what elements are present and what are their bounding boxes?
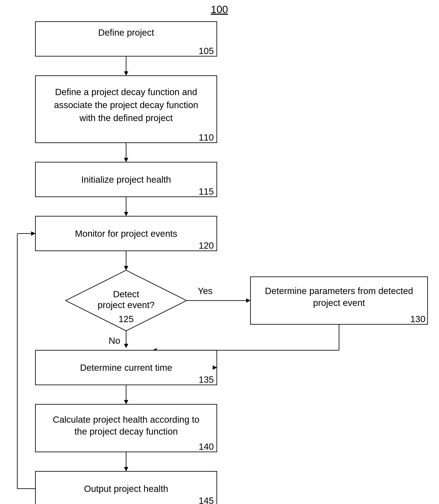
no-label: No [109,336,120,346]
box-135-number: 135 [199,375,214,385]
box-115-number: 115 [199,186,214,196]
box-105-label: Define project [98,27,154,38]
svg-marker-20 [124,467,128,471]
svg-marker-5 [124,212,128,216]
box-130-line2: project event [313,298,365,308]
svg-marker-9 [246,298,250,303]
box-130-number: 130 [410,314,425,324]
box-115-label: Initialize project health [81,174,171,185]
box-145-label: Output project health [84,484,168,494]
box-110-number: 110 [199,132,214,142]
box-145-number: 145 [199,496,214,504]
box-120-number: 120 [199,240,214,251]
svg-marker-1 [124,71,128,76]
svg-marker-14 [124,344,128,348]
box-130-line1: Determine parameters from detected [265,286,413,296]
box-120-label: Monitor for project events [75,229,177,239]
box-140-line2: the project decay function [74,426,178,437]
svg-marker-3 [124,158,128,162]
svg-marker-18 [124,400,128,404]
svg-marker-7 [124,266,128,270]
yes-label: Yes [198,286,213,296]
diamond-125-number: 125 [119,314,134,324]
box-140-line1: Calculate project health according to [53,414,199,425]
box-110-line1: Define a project decay function and [55,87,197,97]
box-135-label: Determine current time [80,362,172,373]
box-105 [36,22,217,56]
box-140-number: 140 [199,441,214,452]
diagram-title: 100 [211,4,228,15]
box-110-line3: with the defined project [79,113,173,123]
box-110-line2: associate the project decay function [54,100,198,110]
box-105-number: 105 [199,46,214,56]
svg-marker-24 [31,231,36,236]
diamond-125-line2: project event? [98,300,155,310]
flowchart-diagram: 100 Define project 105 Define a project … [0,0,439,504]
diamond-125-line1: Detect [113,289,139,299]
